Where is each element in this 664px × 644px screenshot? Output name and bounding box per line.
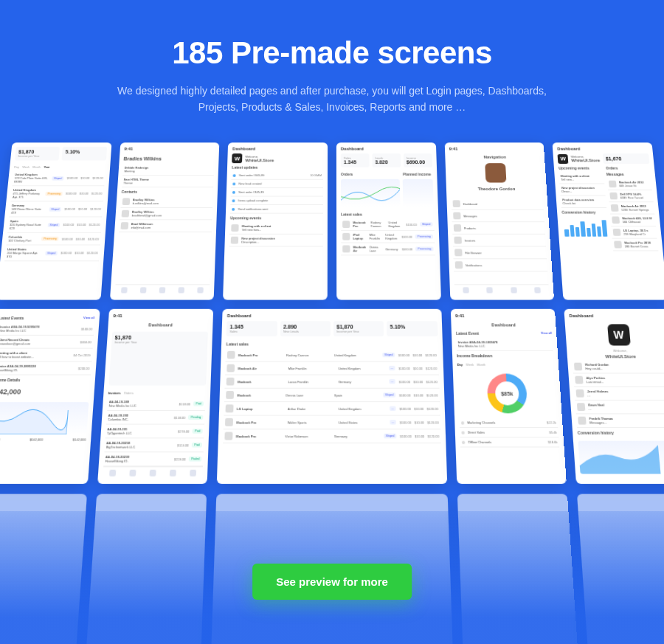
list-item: Bradley Wilkinsb.wilkins@mail.com	[120, 195, 213, 207]
list-item: Macbook ProRodney CannonUnited KingdomSh…	[226, 348, 438, 361]
list-item: AA-04-19-191TyOppertech LLC$278.00Paid	[105, 424, 204, 438]
orders-chart	[341, 179, 401, 207]
list-item: LG LaptopArthur DrakeUnited Kingdom...$1…	[224, 402, 440, 415]
screen-card: Latest EventsView all Invoice ASA-04-19-…	[0, 309, 100, 484]
list-item: Macbook ProVictor RobersonGermanyShiped$…	[223, 429, 440, 443]
screen-card: Dashboard Sales1.345 Leads3.820 Income$6…	[336, 142, 441, 300]
list-item: Sent order #345-3910:00AM	[232, 171, 323, 179]
avatar: W	[232, 153, 242, 163]
hero-section: 185 Pre-made screens We designed highly …	[0, 0, 664, 139]
list-item: Jerrol Holmes...	[575, 387, 664, 400]
screen-card: 9:41 Dashboard $1,870Income per Year Inv…	[97, 309, 214, 484]
screen-card: 9:41 Dashboard Latest EventView all Invo…	[450, 309, 567, 484]
list-item: Direct Sales$5.4k	[460, 428, 559, 437]
list-item: Offline Channels$18.6k	[460, 437, 559, 447]
list-item: Dribble RedesignMeeting	[122, 164, 215, 176]
cta-button[interactable]: See preview for more	[252, 564, 412, 600]
list-item: Meeting with a clientTell how to boost w…	[0, 348, 92, 361]
list-item: AA-04-19-23218BigTechnetwork LLC$124.00P…	[104, 438, 204, 452]
list-item: MacbookDennis LaneSpainShiped$100.00$10.…	[224, 389, 440, 402]
list-item: Brad Wilkinsoninfo@mail.com	[119, 220, 212, 232]
list-item: iPad LaptopMike FranklinUnited Kingdom$1…	[341, 231, 435, 243]
list-item: Bradley Wilkinsbradthewil@gmail.com	[120, 208, 212, 220]
list-item: Sent order #345-39	[231, 188, 323, 196]
screen-card: 9:41 Bradles Wilkins Dribble RedesignMee…	[110, 142, 220, 300]
list-item: Fredrik ThomasMessages...	[576, 414, 664, 428]
list-item: New lead created	[231, 180, 323, 188]
list-item: New HTML ThemeTheme	[122, 176, 214, 187]
list-item: New project discussionDescr...	[560, 184, 606, 195]
screen-card: Dashboard W Welcome,WhiteUI.Store Latest…	[223, 142, 328, 300]
list-item: Richard GordanHey, could...	[573, 360, 664, 373]
stat-box: 5.10%	[62, 147, 107, 161]
area-chart	[578, 440, 664, 474]
list-item: United States204 Margo Square Apt. 370Sh…	[4, 245, 100, 261]
nav-title: Navigation	[449, 155, 541, 159]
stat-box: $1,870 Income per Year	[15, 147, 60, 161]
list-item: Spain326 Sydney Road Suite 623Shiped$100…	[7, 217, 102, 232]
screen-card: Dashboard W Welcome,WhiteUI.Store $1,670…	[553, 142, 664, 300]
tab-bar: DayWeekMonthYear	[14, 165, 106, 169]
income-value: $142,000	[0, 388, 89, 396]
list-item: Macbook 428, 12.8 W566 Cliffwood	[610, 214, 656, 226]
list-item: Invoices	[452, 235, 547, 247]
avatar: W	[607, 324, 631, 345]
screen-card-reflection	[457, 494, 581, 644]
screen-card-reflection	[83, 494, 207, 644]
list-item: Dell XPS 14.4%6339 Pine Tunnel	[608, 190, 654, 202]
list-item: AA-04-19-190Columbia INC.$118.00Pending	[106, 411, 206, 425]
list-item: Product data overviewCheck list	[561, 195, 606, 207]
hero-subtitle: We designed highly detailed pages and af…	[111, 83, 553, 116]
screen-card-reflection	[577, 494, 664, 644]
screen-card-reflection	[0, 494, 87, 644]
list-item: Invoice ASA-04-19-3895328HouseBiking IO.…	[0, 361, 91, 375]
list-item: Macbook Air 20121234 Sunset Springs	[609, 202, 654, 214]
list-item: AA-04-19-23219HouseBiking IO.$228.00Pade…	[103, 452, 204, 466]
list-item: AA-04-19-189New Media Inc LLC$118.00Paid	[107, 397, 206, 410]
list-item: Meeting with a clientTell new how...	[229, 222, 322, 235]
list-item: Products	[452, 222, 545, 235]
income-chart	[0, 402, 89, 434]
list-item: New project discussionDescription...	[229, 235, 323, 247]
list-item: Columbia102 Chelsey PortProcessing$100.0…	[6, 233, 100, 246]
donut-chart: $85k	[486, 373, 528, 413]
list-item: File Browser	[453, 246, 547, 259]
screen-card: Dashboard W Welcome, WhiteUI.Store Richa…	[564, 309, 664, 484]
user-avatar	[485, 163, 506, 182]
screen-card: Dashboard 1.345Sales 2.890New Leads $1,8…	[217, 309, 447, 484]
list-item: Messages	[452, 210, 545, 222]
bottom-nav	[114, 284, 210, 295]
list-item: Marketing Channels$22.2k	[459, 418, 558, 428]
user-name: Bradles Wilkins	[123, 156, 215, 162]
conversion-bars	[562, 216, 609, 238]
screen-card: 9:41 Navigation Theodore Gordon Dashboar…	[444, 142, 554, 300]
list-item: United Kingdom475 Jeffrey Parkway Apt. 3…	[10, 186, 104, 201]
list-item: Macbook AirDonna LaneGermany$100.00Proce…	[341, 243, 435, 255]
list-item: Macbook Pro 2018283 Barnet Cross	[612, 238, 658, 251]
list-item: Client Record Cheatsviviandixon@gmail.co…	[0, 336, 93, 349]
list-item: Dawn Neal...	[575, 401, 664, 414]
list-item: United Kingdom123 Cole Plain Suite 449, …	[13, 170, 106, 186]
list-item: LG Laptop, 18.5 s259 Maryland Cr	[611, 226, 657, 239]
list-item: Macbook ProRodney CannonUnited Kingdom$1…	[341, 218, 434, 231]
user-name: Theodore Gordon	[451, 187, 543, 191]
screen-card: $1,870 Income per Year 5.10% DayWeekMont…	[0, 142, 111, 300]
list-item: Macbook ProWalter SportsUnited States...…	[224, 415, 440, 429]
list-item: Send notifications sent	[230, 205, 323, 214]
list-item: Meeting with a clientTell new...	[559, 172, 604, 184]
list-item: Alyn PerkinsLast email...	[573, 373, 664, 387]
list-item: Items upload complete	[231, 196, 323, 204]
hero-title: 185 Pre-made screens	[44, 35, 620, 71]
list-item: Germany148 Diana Glenn Suite 423Shiped$1…	[9, 201, 103, 217]
list-item: MacbookLucas FranklinGermany...$100.00$1…	[225, 375, 439, 388]
list-item: Notifications	[453, 259, 548, 271]
list-item: Macbook Air 2012669 Jesse St	[606, 179, 652, 190]
list-item: Invoice ASA-04-19-5395678New Media Inc L…	[0, 322, 94, 336]
list-item: Macbook AirMike FranklinUnited Kingdom..…	[225, 361, 438, 375]
list-item: Dashboard	[451, 198, 544, 210]
